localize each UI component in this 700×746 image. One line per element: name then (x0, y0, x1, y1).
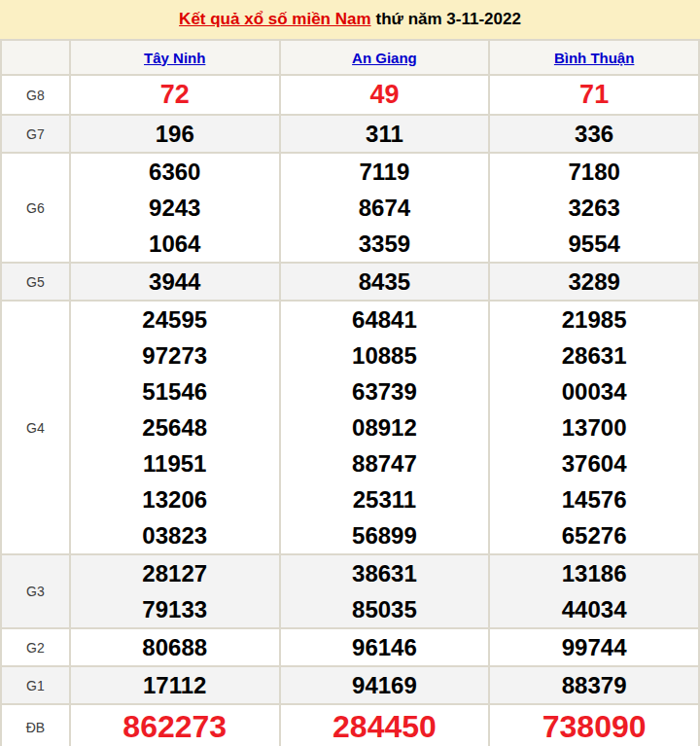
prize-cell: 311 (280, 115, 490, 153)
prize-value: 9554 (490, 226, 698, 262)
lottery-results-page: Kết quả xổ số miền Nam thứ năm 3-11-2022… (0, 0, 700, 746)
prize-cell: 8435 (280, 263, 490, 301)
prize-value: 738090 (490, 705, 698, 746)
province-link-binh-thuan[interactable]: Bình Thuận (554, 50, 635, 66)
prize-row-g1: G1171129416988379 (1, 666, 699, 704)
prize-row-g2: G2806889614699744 (1, 628, 699, 666)
prize-value: 96146 (281, 629, 489, 665)
prize-cell: 336 (489, 115, 699, 153)
prize-value: 21985 (490, 302, 698, 337)
prize-row-g4: G424595972735154625648119511320603823648… (1, 301, 699, 554)
province-header-row: Tây Ninh An Giang Bình Thuận (1, 40, 699, 75)
prize-row-g8: G8724971 (1, 75, 699, 115)
prize-value: 3359 (281, 226, 489, 262)
prize-value: 99744 (490, 629, 698, 665)
prize-value: 7119 (281, 154, 489, 190)
prize-value: 196 (71, 116, 279, 152)
prize-value: 3263 (490, 190, 698, 226)
prize-value: 49 (281, 76, 489, 114)
prize-cell: 24595972735154625648119511320603823 (70, 301, 280, 554)
prize-value: 8674 (281, 190, 489, 226)
prize-value: 284450 (281, 705, 489, 746)
prize-value: 13206 (71, 481, 279, 517)
prize-value: 6360 (71, 154, 279, 190)
prize-value: 10885 (281, 337, 489, 373)
prize-cell: 3944 (70, 263, 280, 301)
prize-value: 8435 (281, 264, 489, 300)
prize-value: 65276 (490, 517, 698, 553)
prize-cell: 88379 (489, 666, 699, 704)
prize-value: 28631 (490, 337, 698, 373)
prize-value: 28127 (71, 555, 279, 591)
prize-value: 14576 (490, 481, 698, 517)
prize-row-g6: G6636092431064711986743359718032639554 (1, 153, 699, 263)
prize-value: 3944 (71, 264, 279, 300)
prize-value: 38631 (281, 555, 489, 591)
title-link[interactable]: Kết quả xổ số miền Nam (179, 10, 370, 29)
prize-value: 64841 (281, 302, 489, 337)
prize-value: 88747 (281, 445, 489, 481)
prize-label: G4 (1, 301, 70, 554)
prize-cell: 284450 (280, 704, 490, 746)
prize-cell: 196 (70, 115, 280, 153)
prize-value: 00034 (490, 373, 698, 409)
prize-value: 862273 (71, 705, 279, 746)
prize-label: G7 (1, 115, 70, 153)
prize-value: 44034 (490, 591, 698, 627)
prize-cell: 3863185035 (280, 554, 490, 628)
prize-value: 97273 (71, 337, 279, 373)
prize-cell: 94169 (280, 666, 490, 704)
prize-value: 11951 (71, 445, 279, 481)
prize-cell: 99744 (489, 628, 699, 666)
prize-value: 85035 (281, 591, 489, 627)
prize-value: 25648 (71, 409, 279, 445)
prize-cell: 17112 (70, 666, 280, 704)
page-title: Kết quả xổ số miền Nam thứ năm 3-11-2022 (0, 0, 700, 39)
prize-value: 7180 (490, 154, 698, 190)
prize-cell: 636092431064 (70, 153, 280, 263)
prize-cell: 862273 (70, 704, 280, 746)
prize-label: G3 (1, 554, 70, 628)
prize-value: 311 (281, 116, 489, 152)
prize-value: 80688 (71, 629, 279, 665)
prize-cell: 96146 (280, 628, 490, 666)
prize-value: 9243 (71, 190, 279, 226)
prize-label: ĐB (1, 704, 70, 746)
prize-cell: 2812779133 (70, 554, 280, 628)
prize-row-g5: G5394484353289 (1, 263, 699, 301)
prize-label: G8 (1, 75, 70, 115)
prize-cell: 711986743359 (280, 153, 490, 263)
prize-value: 336 (490, 116, 698, 152)
prize-value: 13186 (490, 555, 698, 591)
prize-value: 3289 (490, 264, 698, 300)
prize-value: 37604 (490, 445, 698, 481)
prize-cell: 738090 (489, 704, 699, 746)
province-link-an-giang[interactable]: An Giang (352, 50, 417, 66)
prize-value: 1064 (71, 226, 279, 262)
prize-cell: 49 (280, 75, 490, 115)
prize-row-đb: ĐB862273284450738090 (1, 704, 699, 746)
prize-value: 72 (71, 76, 279, 114)
prize-value: 94169 (281, 667, 489, 703)
prize-cell: 80688 (70, 628, 280, 666)
title-date-text: thứ năm 3-11-2022 (376, 10, 521, 29)
prize-value: 56899 (281, 517, 489, 553)
prize-value: 24595 (71, 302, 279, 337)
prize-value: 71 (490, 76, 698, 114)
prize-value: 63739 (281, 373, 489, 409)
prize-row-g7: G7196311336 (1, 115, 699, 153)
prize-value: 08912 (281, 409, 489, 445)
prize-value: 51546 (71, 373, 279, 409)
prize-cell: 64841108856373908912887472531156899 (280, 301, 490, 554)
prize-value: 13700 (490, 409, 698, 445)
province-link-tay-ninh[interactable]: Tây Ninh (144, 50, 205, 66)
prize-cell: 1318644034 (489, 554, 699, 628)
prize-label: G6 (1, 153, 70, 263)
prize-cell: 21985286310003413700376041457665276 (489, 301, 699, 554)
prize-value: 17112 (71, 667, 279, 703)
prize-label: G5 (1, 263, 70, 301)
prize-value: 25311 (281, 481, 489, 517)
prize-cell: 3289 (489, 263, 699, 301)
prize-label: G2 (1, 628, 70, 666)
prize-cell: 718032639554 (489, 153, 699, 263)
